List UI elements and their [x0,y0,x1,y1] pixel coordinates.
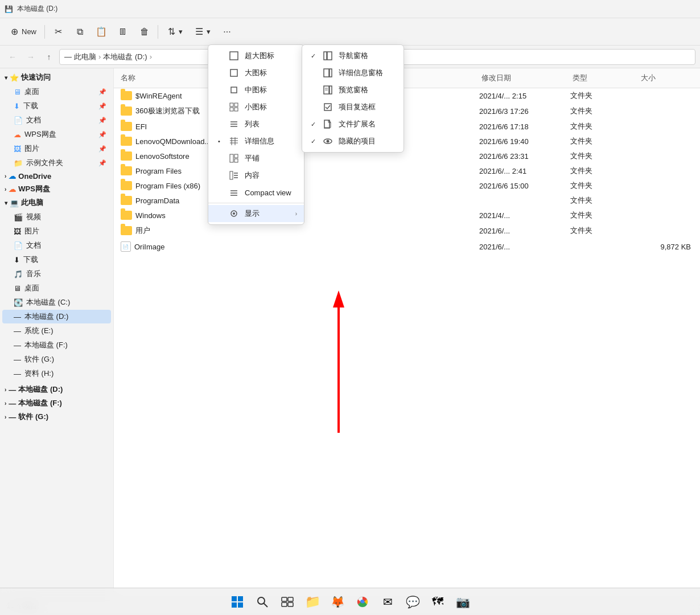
diskd-tree-icon: — [9,386,16,394]
taskbar-taskview[interactable] [276,591,299,613]
svg-point-38 [327,140,330,143]
menu-details[interactable]: • 详细信息 [208,133,304,150]
table-row[interactable]: LenovoSoftstore 2021/6/6 23:31 文件夹 [114,149,700,163]
table-row[interactable]: Windows 2021/4/... 文件夹 [114,208,700,223]
file-date: 2021/6/3 17:26 [479,107,570,116]
folder-icon [121,151,132,161]
sidebar-item-diskd[interactable]: — 本地磁盘 (D:) [2,310,111,323]
sidebar-item-onedrive[interactable]: › ☁ OneDrive [0,170,113,182]
taskbar-search[interactable] [251,591,274,613]
paste-button[interactable]: 📋 [92,24,111,40]
back-button[interactable]: ← [5,49,20,65]
title-bar-icon: 💾 [5,5,14,14]
folder-icon [121,196,132,205]
file-name: Program Files (x86) [135,182,200,190]
sidebar-item-desktop2[interactable]: 🖥 桌面 [2,281,111,295]
forward-button[interactable]: → [23,49,39,65]
examples-label: 示例文件夹 [26,158,63,168]
sidebar-item-desktop[interactable]: 🖥 桌面 📌 [2,85,111,99]
table-row[interactable]: Program Files 2021/6/... 2:41 文件夹 [114,163,700,178]
sidebar-item-music[interactable]: 🎵 音乐 [2,267,111,281]
new-button[interactable]: ⊕ New [5,24,41,40]
sidebar-item-pictures2[interactable]: 🖼 图片 [2,224,111,238]
sidebar-item-docs2[interactable]: 📄 文档 [2,239,111,252]
sidebar-item-dath[interactable]: — 资料 (H:) [2,367,111,380]
table-row[interactable]: ProgramData 文件夹 [114,193,700,208]
wps2-icon: ☁ [9,185,16,194]
menu-medium[interactable]: 中图标 [208,81,304,99]
diskd-label: 本地磁盘 (D:) [24,311,68,322]
taskbar-explorer[interactable]: 📁 [301,591,324,613]
file-name: 360极速浏览器下载 [135,106,200,116]
submenu-hidden[interactable]: ✓ 隐藏的项目 [302,133,403,150]
file-list-body: $WinREAgent 2021/4/... 2:15 文件夹 360极速浏览器… [114,88,700,597]
submenu-file-ext[interactable]: ✓ 文件扩展名 [302,116,403,133]
menu-compact[interactable]: Compact view [208,184,304,201]
taskbar-start[interactable] [226,591,249,613]
table-row[interactable]: LenovoQMDownload... 2021/6/6 19:40 文件夹 [114,134,700,149]
menu-small[interactable]: 小图标 [208,99,304,116]
sidebar-item-downloads[interactable]: ⬇ 下载 📌 [2,99,111,113]
breadcrumb-drive[interactable]: 本地磁盘 (D:) [103,52,147,62]
icon-large [229,68,239,78]
rename-button[interactable]: 🗏 [113,24,133,40]
folder-icon [121,181,132,190]
downloads-icon: ⬇ [14,102,20,110]
submenu-nav-pane[interactable]: ✓ 导航窗格 [302,47,403,64]
copy-button[interactable]: ⧉ [70,24,89,40]
sidebar-item-examples[interactable]: 📁 示例文件夹 📌 [2,156,111,170]
up-button[interactable]: ↑ [41,49,57,65]
col-date[interactable]: 修改日期 [479,71,570,85]
sidebar-item-videos[interactable]: 🎬 视频 [2,210,111,224]
more-button[interactable]: ··· [217,24,237,40]
toolbar-separator-2 [158,25,158,39]
title-bar-text: 本地磁盘 (D:) [17,4,57,14]
check-nav-pane: ✓ [309,52,317,60]
menu-extra-large[interactable]: 超大图标 [208,47,304,64]
sidebar-item-documents[interactable]: 📄 文档 📌 [2,113,111,127]
table-row[interactable]: 360极速浏览器下载 2021/6/3 17:26 文件夹 [114,103,700,119]
table-row[interactable]: EFI 2021/6/6 17:18 文件夹 [114,119,700,134]
sidebar-item-diskf-tree[interactable]: › — 本地磁盘 (F:) [0,396,113,410]
breadcrumb-pc[interactable]: 此电脑 [74,52,96,62]
table-row[interactable]: 用户 2021/6/... 文件夹 [114,223,700,239]
taskbar-map[interactable]: 🗺 [426,591,449,613]
delete-button[interactable]: 🗑 [135,24,154,40]
taskbar-photo[interactable]: 📷 [451,591,474,613]
menu-list[interactable]: 列表 [208,116,304,133]
sidebar-item-diskf[interactable]: — 本地磁盘 (F:) [2,338,111,352]
col-size[interactable]: 大小 [639,71,695,85]
menu-tiles[interactable]: 平铺 [208,150,304,167]
sidebar-group-thispc[interactable]: ▾ 💻 此电脑 [0,196,113,210]
submenu-checkbox[interactable]: 项目复选框 [302,99,403,116]
sidebar-item-softg-tree[interactable]: › — 软件 (G:) [0,410,113,424]
menu-show[interactable]: 显示 › [208,205,304,222]
submenu-preview-pane[interactable]: 预览窗格 [302,81,403,99]
diskf-icon: — [14,341,21,350]
taskbar-firefox[interactable]: 🦊 [326,591,349,613]
sidebar-item-diskd-tree[interactable]: › — 本地磁盘 (D:) [0,383,113,396]
sidebar-item-diskc[interactable]: 💽 本地磁盘 (C:) [2,296,111,309]
table-row[interactable]: $WinREAgent 2021/4/... 2:15 文件夹 [114,88,700,103]
view-button[interactable]: ☰ ▾ [190,24,215,40]
taskbar-wechat[interactable]: 💬 [401,591,424,613]
sidebar-item-dl2[interactable]: ⬇ 下载 [2,253,111,266]
sidebar-group-quick-access[interactable]: ▾ ⭐ 快速访问 [0,71,113,84]
col-type[interactable]: 类型 [570,71,639,85]
sort-button[interactable]: ⇅ ▾ [162,24,187,40]
menu-content[interactable]: 内容 [208,167,304,184]
table-row[interactable]: 📄 OriImage 2021/6/... 9,872 KB [114,239,700,255]
cut-button[interactable]: ✂ [48,24,68,40]
sidebar-item-pictures[interactable]: 🖼 图片 📌 [2,142,111,155]
sidebar-item-wps2[interactable]: › ☁ WPS网盘 [0,182,113,196]
taskbar-chrome[interactable] [351,591,374,613]
icon-file-ext [323,119,333,129]
sidebar-item-syse[interactable]: — 系统 (E:) [2,324,111,338]
sidebar-item-wps[interactable]: ☁ WPS网盘 📌 [2,128,111,141]
menu-large[interactable]: 大图标 [208,64,304,81]
submenu-details-pane[interactable]: 详细信息窗格 [302,64,403,81]
sidebar-item-softg[interactable]: — 软件 (G:) [2,352,111,366]
table-row[interactable]: Program Files (x86) 2021/6/6 15:00 文件夹 [114,178,700,193]
videos-label: 视频 [26,212,41,222]
taskbar-mail[interactable]: ✉ [376,591,399,613]
